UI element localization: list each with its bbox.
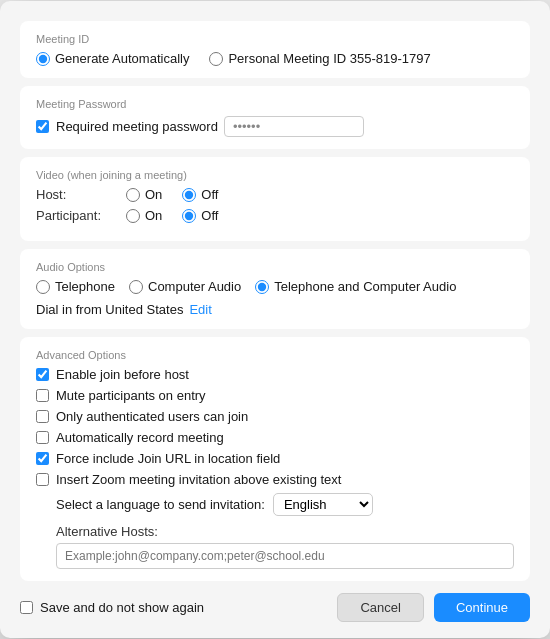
mute-participants-option[interactable]: Mute participants on entry — [36, 388, 514, 403]
host-video-radio-group: On Off — [126, 187, 218, 202]
participant-on-radio[interactable] — [126, 209, 140, 223]
host-off-option[interactable]: Off — [182, 187, 218, 202]
telephone-and-computer-option[interactable]: Telephone and Computer Audio — [255, 279, 456, 294]
alt-hosts-section: Alternative Hosts: — [56, 524, 514, 569]
personal-meeting-radio[interactable] — [209, 52, 223, 66]
mute-participants-label: Mute participants on entry — [56, 388, 206, 403]
participant-video-radio-group: On Off — [126, 208, 218, 223]
meeting-id-label: Meeting ID — [36, 33, 514, 45]
host-row: Host: On Off — [36, 187, 514, 202]
participant-off-label: Off — [201, 208, 218, 223]
host-label: Host: — [36, 187, 126, 202]
cancel-button[interactable]: Cancel — [337, 593, 423, 622]
host-on-radio[interactable] — [126, 188, 140, 202]
participant-on-label: On — [145, 208, 162, 223]
participant-on-option[interactable]: On — [126, 208, 162, 223]
computer-audio-label: Computer Audio — [148, 279, 241, 294]
host-on-option[interactable]: On — [126, 187, 162, 202]
telephone-radio[interactable] — [36, 280, 50, 294]
advanced-options-label: Advanced Options — [36, 349, 514, 361]
computer-audio-option[interactable]: Computer Audio — [129, 279, 241, 294]
password-input[interactable] — [224, 116, 364, 137]
audio-radio-group: Telephone Computer Audio Telephone and C… — [36, 279, 514, 294]
participant-off-radio[interactable] — [182, 209, 196, 223]
meeting-id-section: Meeting ID Generate Automatically Person… — [20, 21, 530, 78]
telephone-option[interactable]: Telephone — [36, 279, 115, 294]
generate-auto-label: Generate Automatically — [55, 51, 189, 66]
participant-off-option[interactable]: Off — [182, 208, 218, 223]
required-password-option[interactable]: Required meeting password — [36, 119, 218, 134]
enable-join-before-host-checkbox[interactable] — [36, 368, 49, 381]
mute-participants-checkbox[interactable] — [36, 389, 49, 402]
schedule-meeting-dialog: Meeting ID Generate Automatically Person… — [0, 1, 550, 638]
telephone-and-computer-label: Telephone and Computer Audio — [274, 279, 456, 294]
only-authenticated-checkbox[interactable] — [36, 410, 49, 423]
only-authenticated-option[interactable]: Only authenticated users can join — [36, 409, 514, 424]
required-password-checkbox[interactable] — [36, 120, 49, 133]
advanced-options-section: Advanced Options Enable join before host… — [20, 337, 530, 581]
insert-invitation-label: Insert Zoom meeting invitation above exi… — [56, 472, 341, 487]
participant-label: Participant: — [36, 208, 126, 223]
generate-auto-option[interactable]: Generate Automatically — [36, 51, 189, 66]
footer-left: Save and do not show again — [20, 600, 337, 615]
language-label: Select a language to send invitation: — [56, 497, 265, 512]
force-include-url-label: Force include Join URL in location field — [56, 451, 280, 466]
meeting-password-label: Meeting Password — [36, 98, 514, 110]
host-off-radio[interactable] — [182, 188, 196, 202]
language-select[interactable]: English Spanish French German Chinese Ja… — [273, 493, 373, 516]
video-label: Video (when joining a meeting) — [36, 169, 514, 181]
only-authenticated-label: Only authenticated users can join — [56, 409, 248, 424]
force-include-url-option[interactable]: Force include Join URL in location field — [36, 451, 514, 466]
dial-in-row: Dial in from United States Edit — [36, 302, 514, 317]
insert-invitation-checkbox[interactable] — [36, 473, 49, 486]
edit-link[interactable]: Edit — [189, 302, 211, 317]
personal-meeting-id-option[interactable]: Personal Meeting ID 355-819-1797 — [209, 51, 430, 66]
language-row: Select a language to send invitation: En… — [56, 493, 514, 516]
enable-join-before-host-option[interactable]: Enable join before host — [36, 367, 514, 382]
meeting-id-radio-group: Generate Automatically Personal Meeting … — [36, 51, 514, 66]
host-off-label: Off — [201, 187, 218, 202]
alt-hosts-label: Alternative Hosts: — [56, 524, 514, 539]
auto-record-checkbox[interactable] — [36, 431, 49, 444]
telephone-label: Telephone — [55, 279, 115, 294]
dial-in-label: Dial in from United States — [36, 302, 183, 317]
alt-hosts-input[interactable] — [56, 543, 514, 569]
auto-record-option[interactable]: Automatically record meeting — [36, 430, 514, 445]
video-section: Video (when joining a meeting) Host: On … — [20, 157, 530, 241]
participant-row: Participant: On Off — [36, 208, 514, 223]
enable-join-before-host-label: Enable join before host — [56, 367, 189, 382]
telephone-and-computer-radio[interactable] — [255, 280, 269, 294]
insert-invitation-option[interactable]: Insert Zoom meeting invitation above exi… — [36, 472, 514, 487]
required-password-label: Required meeting password — [56, 119, 218, 134]
save-do-not-show-checkbox[interactable] — [20, 601, 33, 614]
personal-meeting-label: Personal Meeting ID 355-819-1797 — [228, 51, 430, 66]
save-do-not-show-label: Save and do not show again — [40, 600, 204, 615]
force-include-url-checkbox[interactable] — [36, 452, 49, 465]
generate-auto-radio[interactable] — [36, 52, 50, 66]
footer-buttons: Cancel Continue — [337, 593, 530, 622]
host-on-label: On — [145, 187, 162, 202]
audio-options-label: Audio Options — [36, 261, 514, 273]
audio-section: Audio Options Telephone Computer Audio T… — [20, 249, 530, 329]
continue-button[interactable]: Continue — [434, 593, 530, 622]
auto-record-label: Automatically record meeting — [56, 430, 224, 445]
dialog-footer: Save and do not show again Cancel Contin… — [20, 593, 530, 622]
save-do-not-show-option[interactable]: Save and do not show again — [20, 600, 337, 615]
password-row: Required meeting password — [36, 116, 514, 137]
computer-audio-radio[interactable] — [129, 280, 143, 294]
meeting-password-section: Meeting Password Required meeting passwo… — [20, 86, 530, 149]
